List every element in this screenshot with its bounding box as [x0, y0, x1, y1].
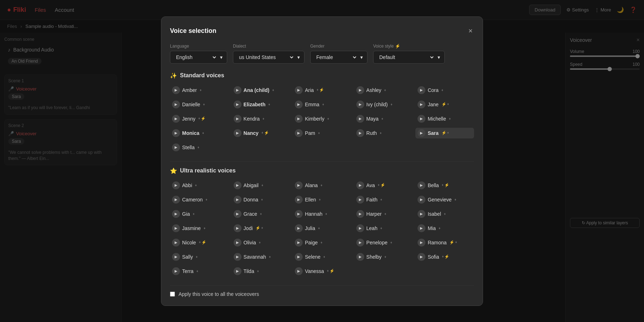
dialect-select-input[interactable]: us United States uk United Kingdom au Au…: [238, 54, 294, 60]
voice-item[interactable]: ▶Olivia♦: [231, 237, 290, 248]
voice-play-button[interactable]: ▶: [234, 224, 241, 232]
voice-item[interactable]: ▶Amber♦: [170, 85, 229, 96]
voice-play-button[interactable]: ▶: [418, 115, 425, 123]
voice-item[interactable]: ▶Donna♦: [231, 194, 290, 205]
dialect-select[interactable]: us United States uk United Kingdom au Au…: [233, 51, 304, 64]
voice-style-select[interactable]: Default Cheerful Sad ▾: [373, 51, 445, 64]
voice-play-button[interactable]: ▶: [418, 129, 425, 137]
voice-item[interactable]: ▶Ruth♦: [354, 128, 413, 138]
voice-play-button[interactable]: ▶: [234, 210, 241, 218]
voice-item[interactable]: ▶Ivy (child)♦: [354, 99, 413, 110]
voice-item[interactable]: ▶Shelby♦: [354, 252, 413, 262]
voice-item[interactable]: ▶Hannah♦: [293, 209, 351, 219]
voice-item[interactable]: ▶Jasmine♦: [170, 223, 229, 234]
voice-item[interactable]: ▶Savannah♦: [231, 252, 290, 262]
voice-play-button[interactable]: ▶: [172, 253, 180, 261]
voice-item[interactable]: ▶Emma♦: [293, 99, 351, 110]
voice-play-button[interactable]: ▶: [295, 210, 303, 218]
voice-play-button[interactable]: ▶: [295, 115, 303, 123]
voice-play-button[interactable]: ▶: [418, 101, 425, 108]
voice-item[interactable]: ▶Jenny♦⚡: [170, 113, 229, 124]
voice-play-button[interactable]: ▶: [234, 253, 241, 261]
voice-item[interactable]: ▶Monica♦: [170, 128, 229, 138]
voice-item[interactable]: ▶Ramona⚡♦: [415, 237, 474, 248]
language-select-input[interactable]: English Spanish French German: [175, 54, 217, 60]
voice-item[interactable]: ▶Faith♦: [354, 194, 413, 205]
voice-item[interactable]: ▶Vanessa♦⚡: [293, 266, 351, 277]
gender-select-input[interactable]: Female Male Any: [315, 54, 357, 60]
voice-play-button[interactable]: ▶: [418, 239, 425, 247]
voice-play-button[interactable]: ▶: [295, 86, 303, 94]
voice-play-button[interactable]: ▶: [418, 224, 425, 232]
voice-play-button[interactable]: ▶: [172, 101, 180, 108]
voice-play-button[interactable]: ▶: [234, 101, 241, 108]
modal-close-button[interactable]: ×: [467, 25, 474, 36]
voice-play-button[interactable]: ▶: [234, 239, 241, 247]
voice-play-button[interactable]: ▶: [234, 267, 241, 275]
voice-play-button[interactable]: ▶: [172, 267, 180, 275]
voice-item[interactable]: ▶Alana♦: [293, 180, 351, 191]
voice-item[interactable]: ▶Tilda♦: [231, 266, 290, 277]
voice-item[interactable]: ▶Mia♦: [415, 223, 474, 234]
voice-play-button[interactable]: ▶: [356, 181, 364, 189]
voice-play-button[interactable]: ▶: [295, 181, 303, 189]
voice-item[interactable]: ▶Danielle♦: [170, 99, 229, 110]
voice-item[interactable]: ▶Sally♦: [170, 252, 229, 262]
voice-item[interactable]: ▶Leah♦: [354, 223, 413, 234]
voice-item[interactable]: ▶Sofia♦⚡: [415, 252, 474, 262]
voice-item[interactable]: ▶Michelle♦: [415, 113, 474, 124]
voice-play-button[interactable]: ▶: [295, 224, 303, 232]
language-select[interactable]: English Spanish French German ▾: [170, 51, 227, 64]
voice-play-button[interactable]: ▶: [172, 115, 180, 123]
voice-play-button[interactable]: ▶: [356, 101, 364, 108]
voice-play-button[interactable]: ▶: [418, 210, 425, 218]
voice-play-button[interactable]: ▶: [172, 239, 180, 247]
voice-play-button[interactable]: ▶: [172, 224, 180, 232]
voice-play-button[interactable]: ▶: [295, 129, 303, 137]
voice-style-select-input[interactable]: Default Cheerful Sad: [378, 54, 435, 60]
voice-item[interactable]: ▶Ellen♦: [293, 194, 351, 205]
voice-item[interactable]: ▶Julia♦: [293, 223, 351, 234]
voice-play-button[interactable]: ▶: [356, 253, 364, 261]
voice-item[interactable]: ▶Gia♦: [170, 209, 229, 219]
voice-item[interactable]: ▶Penelope♦: [354, 237, 413, 248]
voice-play-button[interactable]: ▶: [418, 196, 425, 204]
apply-all-checkbox[interactable]: [170, 292, 175, 297]
voice-play-button[interactable]: ▶: [356, 196, 364, 204]
voice-item[interactable]: ▶Bella♦⚡: [415, 180, 474, 191]
voice-play-button[interactable]: ▶: [295, 196, 303, 204]
voice-play-button[interactable]: ▶: [418, 253, 425, 261]
voice-play-button[interactable]: ▶: [356, 86, 364, 94]
voice-play-button[interactable]: ▶: [356, 115, 364, 123]
voice-item[interactable]: ▶Nancy♦⚡: [231, 128, 290, 138]
voice-item[interactable]: ▶Sara⚡♦: [415, 128, 474, 138]
voice-item[interactable]: ▶Ana (child)♦: [231, 85, 290, 96]
voice-item[interactable]: ▶Kendra♦: [231, 113, 290, 124]
voice-item[interactable]: ▶Paige♦: [293, 237, 351, 248]
voice-item[interactable]: ▶Nicole♦⚡: [170, 237, 229, 248]
voice-item[interactable]: ▶Genevieve♦: [415, 194, 474, 205]
voice-item[interactable]: ▶Kimberly♦: [293, 113, 351, 124]
voice-play-button[interactable]: ▶: [172, 86, 180, 94]
voice-item[interactable]: ▶Maya♦: [354, 113, 413, 124]
voice-item[interactable]: ▶Ava♦⚡: [354, 180, 413, 191]
voice-item[interactable]: ▶Isabel♦: [415, 209, 474, 219]
voice-item[interactable]: ▶Cora♦: [415, 85, 474, 96]
gender-select[interactable]: Female Male Any ▾: [310, 51, 367, 64]
voice-item[interactable]: ▶Grace♦: [231, 209, 290, 219]
voice-play-button[interactable]: ▶: [295, 253, 303, 261]
voice-play-button[interactable]: ▶: [172, 210, 180, 218]
voice-play-button[interactable]: ▶: [418, 86, 425, 94]
voice-play-button[interactable]: ▶: [234, 181, 241, 189]
voice-item[interactable]: ▶Pam♦: [293, 128, 351, 138]
voice-play-button[interactable]: ▶: [295, 267, 303, 275]
voice-item[interactable]: ▶Jane⚡♦: [415, 99, 474, 110]
voice-play-button[interactable]: ▶: [172, 143, 180, 151]
voice-item[interactable]: ▶Abigail♦: [231, 180, 290, 191]
voice-play-button[interactable]: ▶: [356, 224, 364, 232]
voice-item[interactable]: ▶Abbi♦: [170, 180, 229, 191]
voice-item[interactable]: ▶Terra♦: [170, 266, 229, 277]
voice-play-button[interactable]: ▶: [234, 129, 241, 137]
voice-play-button[interactable]: ▶: [234, 196, 241, 204]
voice-play-button[interactable]: ▶: [234, 86, 241, 94]
